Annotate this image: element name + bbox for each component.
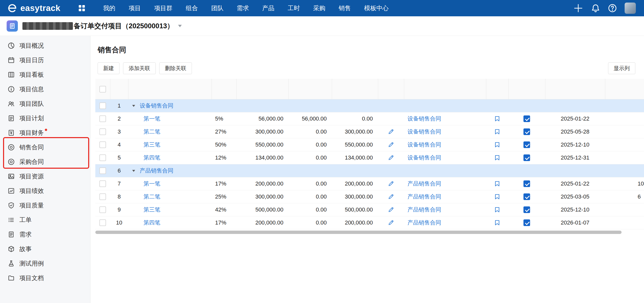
select-all-checkbox[interactable] [99,86,106,93]
sidebar-item[interactable]: 项目日历 [0,53,90,67]
row-checkbox[interactable] [99,167,106,174]
payment-name-link[interactable]: 第四笔 [143,154,160,161]
sidebar-item[interactable]: 项目资源 [0,169,90,183]
payment-name-link[interactable]: 第三笔 [143,206,160,213]
page-title: 销售合同 [98,45,644,55]
row-checkbox[interactable] [99,206,106,213]
nav-item[interactable]: 销售 [332,0,358,16]
sidebar-item[interactable]: 项目计划 [0,111,90,125]
parent-contract-link[interactable]: 产品销售合同 [408,219,441,226]
sidebar-item[interactable]: 项目绩效 [0,183,90,198]
sidebar-item[interactable]: 项目文档 [0,271,90,285]
sidebar-item[interactable]: 工单 [0,213,90,227]
row-checkbox[interactable] [99,115,106,122]
plan-source-checkbox[interactable] [523,141,530,148]
edit-payment-icon[interactable] [388,193,394,200]
stage-icon[interactable] [494,141,501,148]
sidebar-item[interactable]: 测试用例 [0,256,90,271]
app-logo[interactable]: easytrack [0,3,60,13]
nav-item[interactable]: 项目群 [148,0,179,16]
edit-payment-icon[interactable] [388,219,394,226]
payment-name-link[interactable]: 第一笔 [143,180,160,187]
nav-item[interactable]: 团队 [205,0,230,16]
payment-name-link[interactable]: 第一笔 [143,115,160,122]
stage-icon[interactable] [494,219,501,226]
row-checkbox[interactable] [99,219,106,226]
table-header-row [95,79,644,99]
stage-icon[interactable] [494,115,501,122]
add-relation-button[interactable]: 添加关联 [123,62,156,74]
collapse-caret-icon[interactable] [132,104,136,107]
sidebar-item[interactable]: 项目质量 [0,198,90,213]
nav-item[interactable]: 模板中心 [358,0,395,16]
nav-item[interactable]: 我的 [97,0,122,16]
parent-contract-link[interactable]: 产品销售合同 [408,206,441,213]
sidebar-item[interactable]: 需求 [0,227,90,242]
sidebar-item[interactable]: 故事 [0,242,90,256]
row-checkbox[interactable] [99,102,106,109]
row-checkbox[interactable] [99,180,106,187]
nav-item[interactable]: 采购 [307,0,332,16]
edit-payment-icon[interactable] [388,180,394,187]
plan-source-checkbox[interactable] [523,193,530,200]
parent-contract-link[interactable]: 设备销售合同 [408,154,441,161]
sidebar-item[interactable]: 项目信息 [0,82,90,96]
app-grid-icon[interactable] [78,4,86,12]
plan-source-checkbox[interactable] [523,115,530,122]
nav-item[interactable]: 工时 [281,0,307,16]
row-checkbox[interactable] [99,128,106,135]
payment-name-link[interactable]: 第四笔 [143,219,160,226]
edit-payment-icon[interactable] [388,141,394,148]
sidebar-item[interactable]: 项目财务 [0,125,90,140]
payment-name-link[interactable]: 第二笔 [143,193,160,200]
stage-icon[interactable] [494,206,501,213]
edit-payment-icon[interactable] [388,128,394,135]
stage-icon[interactable] [494,180,501,187]
parent-contract-link[interactable]: 产品销售合同 [408,180,441,187]
collapse-caret-icon[interactable] [132,169,136,172]
stage-icon[interactable] [494,154,501,161]
add-icon[interactable] [573,3,583,13]
row-checkbox[interactable] [99,141,106,148]
amount-cell: 500,000.00 [236,203,288,216]
row-seq: 7 [110,177,128,190]
sidebar-item[interactable]: 项目团队 [0,96,90,111]
user-avatar[interactable] [625,3,636,14]
nav-item[interactable]: 项目 [122,0,148,16]
sidebar-item[interactable]: 项目看板 [0,67,90,82]
parent-contract-link[interactable]: 设备销售合同 [408,128,441,135]
horizontal-scrollbar[interactable] [95,231,644,234]
plan-source-checkbox[interactable] [523,219,530,226]
edit-payment-icon[interactable] [388,154,394,161]
new-button[interactable]: 新建 [98,62,120,74]
payment-name-link[interactable]: 第三笔 [143,141,160,148]
plan-source-checkbox[interactable] [523,180,530,187]
nav-item[interactable]: 需求 [230,0,256,16]
payment-name-link[interactable]: 第二笔 [143,128,160,135]
stage-icon[interactable] [494,128,501,135]
contract-group-link[interactable]: 产品销售合同 [140,167,173,174]
parent-contract-link[interactable]: 设备销售合同 [408,141,441,148]
edit-payment-icon[interactable] [388,206,394,213]
delete-relation-button[interactable]: 删除关联 [159,62,192,74]
project-switcher-caret-icon[interactable] [177,24,182,28]
contract-group-link[interactable]: 设备销售合同 [140,102,173,109]
nav-item[interactable]: 组合 [179,0,205,16]
row-checkbox[interactable] [99,154,106,161]
plan-source-checkbox[interactable] [523,154,530,161]
nav-item[interactable]: 产品 [256,0,281,16]
help-icon[interactable] [608,4,617,13]
stage-icon[interactable] [494,193,501,200]
plan-source-checkbox[interactable] [523,206,530,213]
scrollbar-thumb[interactable] [95,231,622,234]
row-checkbox[interactable] [99,193,106,200]
sidebar-item[interactable]: 采购合同 [0,154,90,169]
sidebar-item[interactable]: 销售合同 [0,140,90,154]
sidebar-item[interactable]: 项目概况 [0,38,90,53]
show-columns-button[interactable]: 显示列 [608,62,635,74]
column-header [332,79,378,99]
parent-contract-link[interactable]: 设备销售合同 [408,115,441,122]
plan-source-checkbox[interactable] [523,128,530,135]
bell-icon[interactable] [591,4,600,13]
parent-contract-link[interactable]: 产品销售合同 [408,193,441,200]
